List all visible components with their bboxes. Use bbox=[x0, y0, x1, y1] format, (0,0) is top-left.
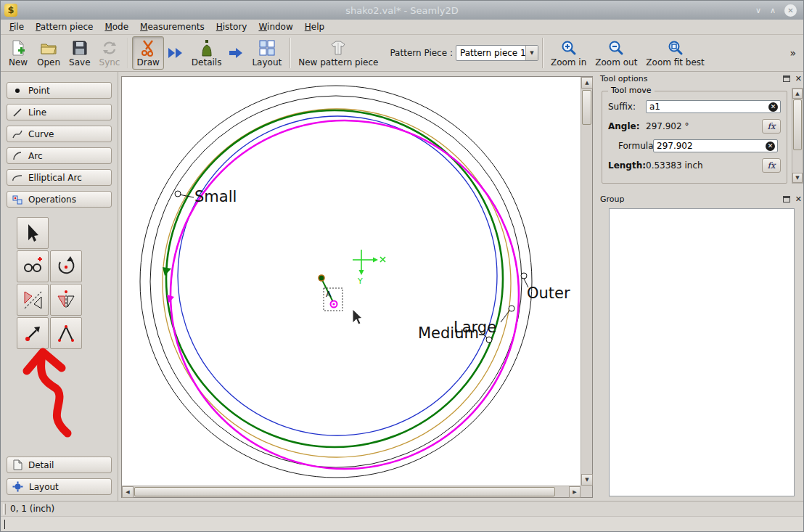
command-line-input[interactable] bbox=[1, 517, 803, 532]
category-point[interactable]: Point bbox=[7, 82, 112, 99]
text-caret bbox=[4, 520, 5, 529]
zoom-out-button[interactable]: Zoom out bbox=[591, 36, 641, 70]
rotate-icon bbox=[55, 255, 77, 277]
close-button[interactable]: ✕ bbox=[784, 4, 797, 17]
add-to-group-tool-button[interactable] bbox=[17, 250, 49, 282]
magenta-circle[interactable] bbox=[171, 120, 519, 469]
label-medium[interactable]: Medium bbox=[418, 324, 479, 342]
layout-bottom-button[interactable]: Layout bbox=[7, 478, 112, 495]
new-pattern-piece-button[interactable]: New pattern piece bbox=[294, 36, 382, 70]
maximize-button[interactable]: ∧ bbox=[770, 7, 776, 15]
flip-by-axis-tool-button[interactable] bbox=[50, 284, 82, 316]
layout-gear-icon bbox=[12, 481, 23, 492]
toolbar-separator bbox=[290, 38, 290, 68]
dock-close-icon[interactable]: ✕ bbox=[795, 195, 802, 203]
suffix-input[interactable] bbox=[647, 102, 768, 112]
move-tool-button[interactable] bbox=[17, 317, 49, 349]
dock-float-icon[interactable] bbox=[783, 196, 790, 202]
angle-value: 297.902 ° bbox=[646, 121, 758, 131]
outer-circle[interactable] bbox=[140, 86, 532, 478]
open-button[interactable]: Open bbox=[33, 36, 65, 70]
true-darts-tool-button[interactable] bbox=[50, 317, 82, 349]
pattern-piece-select[interactable]: Pattern piece 1 ▼ bbox=[456, 45, 538, 61]
rotate-tool-button[interactable] bbox=[50, 250, 82, 282]
mouse-coordinates: 0, 1 (inch) bbox=[10, 504, 54, 514]
suffix-input-wrap: ✕ bbox=[646, 100, 781, 113]
vscroll-thumb[interactable] bbox=[582, 90, 591, 125]
details-dressform-icon bbox=[200, 38, 214, 57]
outer-point-marker[interactable] bbox=[521, 273, 527, 279]
new-button[interactable]: New bbox=[4, 36, 33, 70]
angle-formula-button[interactable]: fx bbox=[762, 119, 781, 134]
layout-mode-button[interactable]: Layout bbox=[247, 36, 286, 70]
suffix-label: Suffix: bbox=[608, 102, 646, 112]
axis-origin-gizmo[interactable]: Y bbox=[353, 250, 385, 286]
canvas-vertical-scrollbar[interactable]: ▲ ▼ bbox=[581, 77, 592, 486]
clear-suffix-icon[interactable]: ✕ bbox=[768, 102, 778, 112]
dock-scroll-thumb[interactable] bbox=[793, 99, 802, 150]
clear-formula-icon[interactable]: ✕ bbox=[766, 142, 775, 151]
scroll-up-icon[interactable]: ▲ bbox=[581, 77, 593, 89]
dock-close-icon[interactable]: ✕ bbox=[795, 75, 802, 83]
details-mode-button[interactable]: Details bbox=[187, 36, 226, 70]
menu-measurements[interactable]: Measurements bbox=[134, 20, 210, 33]
canvas-horizontal-scrollbar[interactable]: ◀ ▶ bbox=[122, 486, 581, 497]
detail-mode-button[interactable]: Detail bbox=[7, 457, 112, 473]
chevron-down-icon: ▼ bbox=[525, 46, 538, 60]
center-point-magenta-dot bbox=[332, 303, 335, 305]
arrow-right-icon bbox=[226, 46, 247, 60]
titlebar: $ shako2.val* - Seamly2D ∨ ∧ ✕ bbox=[1, 1, 803, 20]
label-small[interactable]: Small bbox=[194, 188, 237, 205]
sync-arrows-icon bbox=[102, 38, 118, 57]
drawing-canvas[interactable]: Small Outer Large Medium Y A bbox=[121, 76, 593, 498]
menu-pattern-piece[interactable]: Pattern piece bbox=[30, 20, 99, 33]
large-point-marker[interactable] bbox=[509, 306, 514, 311]
group-dock-title: Group bbox=[600, 195, 783, 204]
menu-help[interactable]: Help bbox=[299, 20, 330, 33]
minimize-button[interactable]: ∨ bbox=[755, 7, 761, 15]
formula-input[interactable] bbox=[654, 141, 766, 151]
tool-options-dock: Tool options ✕ Tool move Suffix: ✕ Angle… bbox=[597, 72, 804, 187]
red-annotation-arrow bbox=[20, 346, 99, 444]
flip-by-line-tool-button[interactable] bbox=[17, 284, 49, 316]
pattern-drawing: Small Outer Large Medium Y A bbox=[122, 77, 582, 486]
category-arc[interactable]: Arc bbox=[7, 147, 112, 164]
category-line[interactable]: Line bbox=[7, 104, 112, 120]
menu-mode[interactable]: Mode bbox=[99, 20, 134, 33]
select-tool-button[interactable] bbox=[17, 217, 49, 249]
dock-float-icon[interactable] bbox=[783, 75, 790, 82]
zoom-fit-best-button[interactable]: Zoom fit best bbox=[641, 36, 708, 70]
tool-options-title: Tool options bbox=[600, 74, 783, 83]
draw-mode-button[interactable]: Draw bbox=[132, 36, 163, 70]
menu-history[interactable]: History bbox=[210, 20, 253, 33]
elliptical-arc-icon bbox=[12, 173, 22, 183]
menu-file[interactable]: File bbox=[4, 20, 30, 33]
label-outer[interactable]: Outer bbox=[527, 285, 570, 302]
blue-circle[interactable] bbox=[178, 116, 497, 435]
menu-window[interactable]: Window bbox=[253, 20, 298, 33]
category-operations[interactable]: Operations bbox=[7, 191, 112, 208]
green-circle[interactable] bbox=[166, 110, 503, 447]
save-button[interactable]: Save bbox=[65, 36, 94, 70]
statusbar-grip bbox=[3, 504, 6, 515]
hscroll-thumb[interactable] bbox=[134, 487, 555, 496]
sync-button[interactable]: Sync bbox=[95, 36, 125, 70]
tool-move-groupbox: Tool move Suffix: ✕ Angle: 297.902 ° fx … bbox=[602, 91, 787, 184]
length-formula-button[interactable]: fx bbox=[762, 158, 781, 173]
category-elliptical-arc[interactable]: Elliptical Arc bbox=[7, 169, 112, 186]
small-point-marker[interactable] bbox=[175, 191, 181, 197]
center-point-green[interactable] bbox=[319, 275, 324, 281]
scroll-up-icon[interactable]: ▲ bbox=[792, 89, 803, 99]
zoom-in-button[interactable]: Zoom in bbox=[546, 36, 591, 70]
category-curve[interactable]: Curve bbox=[7, 126, 112, 142]
medium-point-marker[interactable] bbox=[486, 337, 492, 343]
group-list[interactable] bbox=[609, 208, 795, 496]
toolbar-overflow-button[interactable]: » bbox=[785, 47, 800, 59]
scroll-down-icon[interactable]: ▼ bbox=[581, 474, 593, 486]
scroll-left-icon[interactable]: ◀ bbox=[122, 486, 134, 498]
layout-grid-icon bbox=[259, 38, 275, 57]
tool-options-scrollbar[interactable]: ▲ ▼ bbox=[792, 88, 803, 184]
scroll-down-icon[interactable]: ▼ bbox=[792, 173, 803, 183]
second-circle[interactable] bbox=[150, 96, 522, 467]
scroll-right-icon[interactable]: ▶ bbox=[569, 486, 581, 498]
